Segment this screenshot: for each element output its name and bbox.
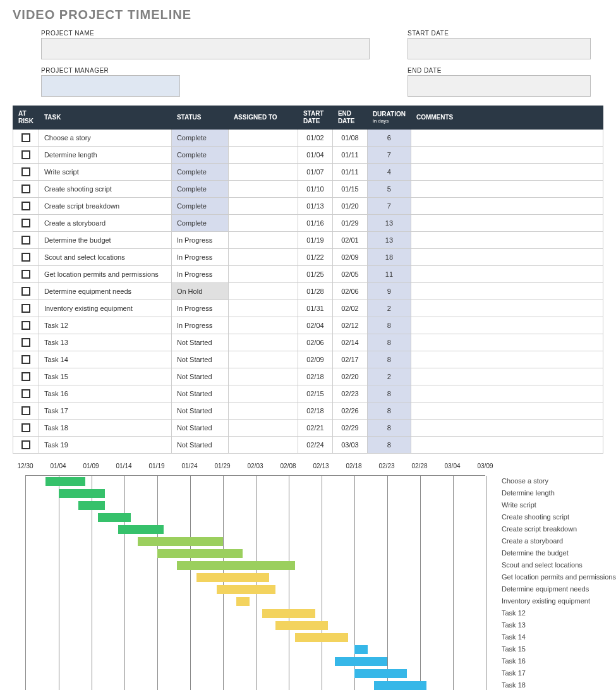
assigned-cell[interactable] [228, 266, 298, 283]
status-cell[interactable]: Not Started [171, 334, 228, 351]
comments-cell[interactable] [411, 437, 603, 454]
end-date-cell[interactable]: 02/02 [332, 300, 367, 317]
comments-cell[interactable] [411, 300, 603, 317]
start-date-cell[interactable]: 01/28 [298, 283, 332, 300]
status-cell[interactable]: Complete [171, 198, 228, 215]
assigned-cell[interactable] [228, 437, 298, 454]
start-date-cell[interactable]: 01/02 [298, 130, 332, 147]
project-manager-input[interactable] [41, 75, 180, 97]
risk-checkbox[interactable] [21, 372, 30, 381]
task-name[interactable]: Create shooting script [39, 181, 171, 198]
end-date-cell[interactable]: 01/08 [332, 130, 367, 147]
start-date-cell[interactable]: 01/16 [298, 215, 332, 232]
comments-cell[interactable] [411, 181, 603, 198]
task-name[interactable]: Task 16 [39, 385, 171, 402]
risk-checkbox[interactable] [21, 321, 30, 330]
end-date-cell[interactable]: 02/09 [332, 249, 367, 266]
status-cell[interactable]: Not Started [171, 437, 228, 454]
assigned-cell[interactable] [228, 181, 298, 198]
end-date-cell[interactable]: 01/15 [332, 181, 367, 198]
comments-cell[interactable] [411, 368, 603, 385]
start-date-cell[interactable]: 02/06 [298, 334, 332, 351]
assigned-cell[interactable] [228, 300, 298, 317]
assigned-cell[interactable] [228, 402, 298, 420]
risk-checkbox[interactable] [21, 270, 30, 279]
end-date-cell[interactable]: 02/14 [332, 334, 367, 351]
risk-checkbox[interactable] [21, 355, 30, 364]
assigned-cell[interactable] [228, 164, 298, 181]
risk-checkbox[interactable] [21, 202, 30, 210]
task-name[interactable]: Task 12 [39, 317, 171, 334]
task-name[interactable]: Choose a story [39, 130, 171, 147]
start-date-cell[interactable]: 01/07 [298, 164, 332, 181]
comments-cell[interactable] [411, 232, 603, 249]
end-date-cell[interactable]: 02/12 [332, 317, 367, 334]
comments-cell[interactable] [411, 147, 603, 164]
comments-cell[interactable] [411, 283, 603, 300]
start-date-cell[interactable]: 02/24 [298, 437, 332, 454]
end-date-cell[interactable]: 03/03 [332, 437, 367, 454]
risk-checkbox[interactable] [21, 219, 30, 227]
end-date-cell[interactable]: 02/23 [332, 385, 367, 402]
start-date-cell[interactable]: 01/25 [298, 266, 332, 283]
end-date-cell[interactable]: 02/17 [332, 351, 367, 368]
end-date-cell[interactable]: 01/29 [332, 215, 367, 232]
task-name[interactable]: Task 18 [39, 420, 171, 437]
assigned-cell[interactable] [228, 249, 298, 266]
status-cell[interactable]: Not Started [171, 402, 228, 420]
comments-cell[interactable] [411, 317, 603, 334]
status-cell[interactable]: Complete [171, 130, 228, 147]
task-name[interactable]: Create a storyboard [39, 215, 171, 232]
task-name[interactable]: Task 14 [39, 351, 171, 368]
start-date-cell[interactable]: 02/18 [298, 368, 332, 385]
comments-cell[interactable] [411, 385, 603, 402]
risk-checkbox[interactable] [21, 133, 30, 142]
comments-cell[interactable] [411, 130, 603, 147]
assigned-cell[interactable] [228, 232, 298, 249]
status-cell[interactable]: Not Started [171, 368, 228, 385]
comments-cell[interactable] [411, 215, 603, 232]
status-cell[interactable]: On Hold [171, 283, 228, 300]
assigned-cell[interactable] [228, 351, 298, 368]
task-name[interactable]: Scout and select locations [39, 249, 171, 266]
task-name[interactable]: Task 17 [39, 402, 171, 420]
task-name[interactable]: Task 15 [39, 368, 171, 385]
end-date-cell[interactable]: 01/11 [332, 164, 367, 181]
risk-checkbox[interactable] [21, 338, 30, 347]
start-date-cell[interactable]: 01/04 [298, 147, 332, 164]
task-name[interactable]: Get location permits and permissions [39, 266, 171, 283]
start-date-cell[interactable]: 01/22 [298, 249, 332, 266]
risk-checkbox[interactable] [21, 236, 30, 245]
task-name[interactable]: Write script [39, 164, 171, 181]
end-date-cell[interactable]: 01/11 [332, 147, 367, 164]
end-date-cell[interactable]: 02/29 [332, 420, 367, 437]
end-date-cell[interactable]: 02/05 [332, 266, 367, 283]
status-cell[interactable]: Not Started [171, 385, 228, 402]
risk-checkbox[interactable] [21, 406, 30, 415]
assigned-cell[interactable] [228, 130, 298, 147]
comments-cell[interactable] [411, 351, 603, 368]
status-cell[interactable]: In Progress [171, 249, 228, 266]
task-name[interactable]: Determine equipment needs [39, 283, 171, 300]
end-date-cell[interactable]: 02/06 [332, 283, 367, 300]
comments-cell[interactable] [411, 334, 603, 351]
risk-checkbox[interactable] [21, 253, 30, 262]
start-date-cell[interactable]: 01/13 [298, 198, 332, 215]
status-cell[interactable]: Complete [171, 181, 228, 198]
assigned-cell[interactable] [228, 147, 298, 164]
assigned-cell[interactable] [228, 420, 298, 437]
status-cell[interactable]: In Progress [171, 317, 228, 334]
assigned-cell[interactable] [228, 317, 298, 334]
comments-cell[interactable] [411, 249, 603, 266]
comments-cell[interactable] [411, 198, 603, 215]
start-date-cell[interactable]: 02/15 [298, 385, 332, 402]
end-date-cell[interactable]: 01/20 [332, 198, 367, 215]
end-date-input[interactable] [408, 75, 591, 97]
end-date-cell[interactable]: 02/26 [332, 402, 367, 420]
comments-cell[interactable] [411, 420, 603, 437]
start-date-cell[interactable]: 02/21 [298, 420, 332, 437]
risk-checkbox[interactable] [21, 150, 30, 159]
task-name[interactable]: Determine length [39, 147, 171, 164]
risk-checkbox[interactable] [21, 185, 30, 193]
status-cell[interactable]: In Progress [171, 266, 228, 283]
